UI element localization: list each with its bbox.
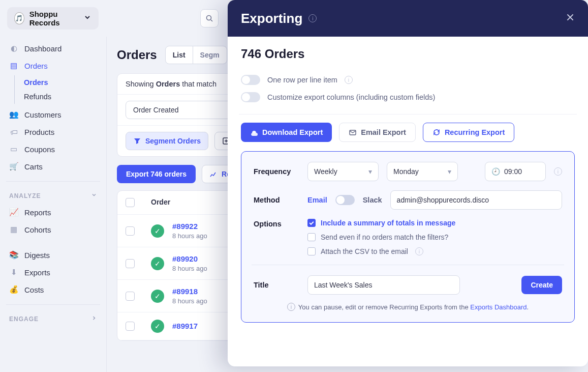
status-success-icon: ✓: [151, 290, 164, 303]
export-modal: Exporting i 746 Orders One row per line …: [228, 0, 588, 366]
checkbox-label: Send even if no orders match the filters…: [321, 233, 448, 241]
order-id-link[interactable]: #89920: [172, 254, 207, 264]
sidebar-item-costs[interactable]: 💰 Costs: [4, 281, 102, 298]
download-icon: ⬇: [9, 268, 18, 277]
sidebar-item-label: Dashboard: [24, 44, 61, 53]
order-time: 8 hours ago: [172, 297, 207, 305]
export-orders-button[interactable]: Export 746 orders: [117, 165, 196, 183]
checkbox-label: Include a summary of totals in message: [321, 219, 455, 227]
frequency-select[interactable]: Weekly ▾: [307, 162, 379, 181]
status-success-icon: ✓: [151, 257, 164, 270]
row-checkbox[interactable]: [126, 226, 135, 236]
tab-list[interactable]: List: [166, 46, 193, 64]
row-checkbox[interactable]: [126, 259, 135, 268]
sidebar-item-products[interactable]: 🏷 Products: [4, 123, 102, 140]
toggle-customize-columns[interactable]: [241, 92, 260, 102]
grid-icon: ▦: [9, 225, 18, 234]
status-success-icon: ✓: [151, 224, 164, 238]
tab-email-export[interactable]: Email Export: [339, 123, 416, 142]
time-input[interactable]: 🕘 09:00: [485, 162, 546, 181]
sidebar-item-carts[interactable]: 🛒 Carts: [4, 158, 102, 175]
sidebar-item-reports[interactable]: 📈 Reports: [4, 204, 102, 221]
checkbox-send-if-empty[interactable]: [307, 233, 316, 241]
sidebar-item-label: Orders: [24, 62, 48, 70]
select-all-checkbox[interactable]: [126, 198, 135, 207]
sidebar-item-orders[interactable]: ▤ Orders: [4, 57, 102, 74]
sidebar-item-customers[interactable]: 👥 Customers: [4, 106, 102, 123]
row-checkbox[interactable]: [126, 322, 135, 331]
page-title: Orders: [117, 48, 157, 62]
sidebar-sub-orders[interactable]: Orders: [15, 75, 102, 90]
day-select[interactable]: Monday ▾: [387, 162, 458, 181]
stack-icon: 📚: [9, 250, 18, 260]
tab-segments[interactable]: Segm: [193, 46, 227, 64]
clock-icon: 🕘: [491, 167, 500, 176]
title-label: Title: [254, 281, 299, 289]
toggle-one-row-per-line-item[interactable]: [241, 75, 260, 85]
sidebar-item-digests[interactable]: 📚 Digests: [4, 246, 102, 264]
sidebar-item-dashboard[interactable]: ◐ Dashboard: [4, 40, 102, 57]
info-icon[interactable]: i: [554, 167, 562, 176]
store-selector[interactable]: 🎵 Shoppu Records: [7, 7, 99, 30]
info-icon[interactable]: i: [415, 247, 423, 255]
checkbox-include-summary[interactable]: [307, 219, 316, 227]
checkbox-label: Attach the CSV to the email: [321, 247, 408, 255]
search-button[interactable]: [200, 9, 219, 27]
modal-title: Exporting: [241, 11, 302, 26]
tab-download-export[interactable]: Download Export: [241, 123, 332, 142]
info-icon: i: [287, 303, 295, 311]
checkbox-attach-csv[interactable]: [307, 247, 316, 255]
chevron-down-icon: [83, 13, 91, 23]
email-field[interactable]: [390, 190, 562, 210]
chevron-down-icon: [91, 192, 97, 199]
sidebar-item-cohorts[interactable]: ▦ Cohorts: [4, 221, 102, 238]
status-success-icon: ✓: [151, 320, 164, 333]
sidebar: ◐ Dashboard ▤ Orders Orders Refunds 👥 Cu…: [0, 37, 107, 372]
sidebar-section-engage[interactable]: ENGAGE: [4, 311, 102, 327]
toggle-label: One row per line item: [267, 76, 337, 84]
sidebar-item-exports[interactable]: ⬇ Exports: [4, 264, 102, 281]
sidebar-item-label: Costs: [24, 285, 44, 294]
tab-recurring-export[interactable]: Recurring Export: [423, 123, 514, 142]
chevron-down-icon: ▾: [448, 167, 451, 176]
title-input[interactable]: [307, 275, 460, 295]
sidebar-item-label: Coupons: [24, 145, 55, 154]
info-icon[interactable]: i: [308, 14, 317, 22]
gauge-icon: ◐: [9, 44, 18, 53]
segment-orders-button[interactable]: Segment Orders: [126, 132, 208, 150]
svg-point-0: [207, 16, 211, 20]
order-id-link[interactable]: #89922: [172, 222, 207, 231]
row-checkbox[interactable]: [126, 292, 135, 301]
sidebar-item-label: Cohorts: [24, 225, 51, 234]
chevron-right-icon: [91, 315, 97, 323]
options-label: Options: [254, 219, 299, 228]
toggle-label: Customize export columns (including cust…: [267, 93, 435, 101]
info-icon[interactable]: i: [345, 76, 353, 84]
method-slack-label[interactable]: Slack: [363, 196, 382, 204]
method-toggle[interactable]: [335, 195, 355, 205]
list-icon: ▤: [9, 61, 18, 70]
method-label: Method: [254, 196, 299, 204]
exports-dashboard-link[interactable]: Exports Dashboard: [470, 303, 527, 311]
sidebar-item-coupons[interactable]: ▭ Coupons: [4, 140, 102, 158]
sidebar-sub-refunds[interactable]: Refunds: [15, 90, 102, 104]
users-icon: 👥: [9, 110, 18, 119]
order-time: 8 hours ago: [172, 232, 207, 240]
sidebar-item-label: Digests: [24, 251, 50, 260]
frequency-label: Frequency: [254, 167, 299, 176]
store-logo-icon: 🎵: [14, 12, 24, 24]
cart-icon: 🛒: [9, 162, 18, 171]
sidebar-item-label: Customers: [24, 110, 61, 119]
close-button[interactable]: [566, 13, 575, 24]
order-id-link[interactable]: #89917: [172, 322, 198, 331]
sidebar-section-analyze[interactable]: ANALYZE: [4, 188, 102, 204]
sidebar-item-label: Reports: [24, 208, 51, 217]
store-name: Shoppu Records: [29, 10, 78, 27]
modal-subtitle: 746 Orders: [241, 47, 575, 61]
order-time: 8 hours ago: [172, 265, 207, 272]
create-button[interactable]: Create: [521, 276, 562, 294]
method-email-label[interactable]: Email: [307, 196, 327, 204]
sidebar-item-label: Exports: [24, 268, 50, 277]
order-id-link[interactable]: #89918: [172, 287, 207, 296]
footnote: i You can pause, edit or remove Recurrin…: [254, 303, 562, 311]
